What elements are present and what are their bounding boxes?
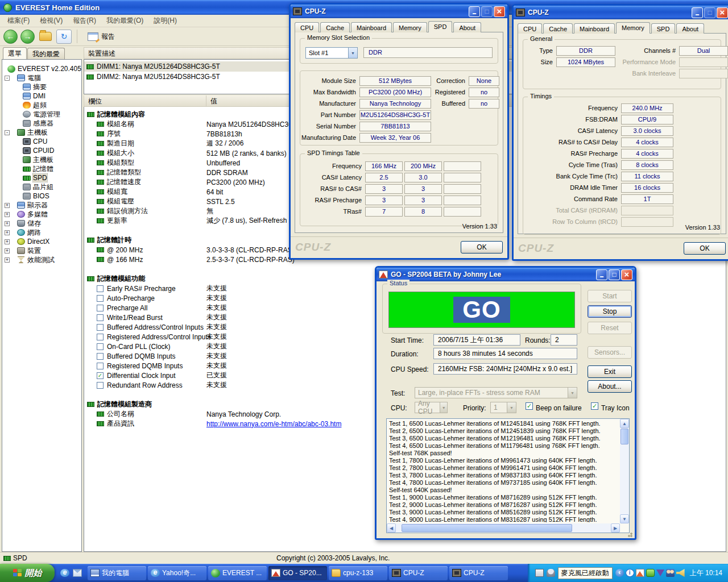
cpuz-tab[interactable]: SPD — [428, 21, 453, 32]
cpuz-tab[interactable]: CPU — [518, 23, 542, 34]
tray-icon[interactable] — [656, 569, 664, 576]
taskbar-window-button[interactable]: GO - SP20... — [268, 566, 327, 580]
scroll-left-icon[interactable]: ◀ — [387, 523, 396, 533]
keyboard-layout-icon[interactable] — [535, 569, 544, 577]
sidebar-tab[interactable]: 我的最愛 — [27, 48, 65, 59]
test-log[interactable]: Test 1, 6500 Lucas-Lehmer iterations of … — [386, 418, 630, 533]
tree-expand-icon[interactable]: + — [5, 221, 10, 226]
cpuz-tab[interactable]: Cache — [543, 23, 573, 34]
feature-checkbox[interactable] — [97, 314, 104, 321]
feature-checkbox[interactable] — [97, 372, 104, 379]
tree-item[interactable]: 感應器 — [2, 119, 81, 128]
forward-icon[interactable]: → — [20, 30, 35, 44]
cpu-select[interactable]: Any CPU ▼ — [415, 402, 448, 413]
tray-icon-checkbox[interactable] — [591, 402, 598, 410]
cpuz-tab[interactable]: Cache — [320, 22, 350, 32]
cpuz-tab[interactable]: About — [676, 23, 704, 34]
minimize-icon[interactable] — [596, 269, 607, 280]
scrollbar-thumb[interactable] — [621, 429, 628, 444]
tree-item[interactable]: + 效能測試 — [2, 255, 81, 264]
minimize-icon[interactable] — [469, 6, 480, 17]
scroll-down-icon[interactable]: ▼ — [620, 514, 629, 523]
menu-item[interactable]: 說明(H) — [148, 15, 182, 27]
ok-button[interactable]: OK — [461, 241, 503, 253]
refresh-icon[interactable]: ↻ — [56, 30, 72, 44]
close-icon[interactable] — [717, 7, 728, 18]
maximize-icon[interactable] — [704, 7, 715, 18]
stop-button[interactable]: Stop — [588, 305, 632, 318]
cpuz-tab[interactable]: Mainboard — [574, 23, 615, 34]
cpuz-tab[interactable]: About — [453, 22, 481, 32]
tray-icon[interactable] — [646, 569, 655, 577]
beep-on-failure-checkbox[interactable] — [526, 402, 533, 410]
tree-item[interactable]: EVEREST v2.20.405 — [2, 64, 81, 73]
feature-checkbox[interactable] — [97, 353, 104, 360]
tree-item[interactable]: - 電腦 — [2, 73, 81, 82]
tree-item[interactable]: 超頻 — [2, 101, 81, 110]
tree-item[interactable]: 晶片組 — [2, 182, 81, 192]
feature-checkbox[interactable] — [97, 305, 104, 311]
maximize-icon[interactable] — [481, 6, 493, 17]
feature-checkbox[interactable] — [97, 285, 104, 292]
close-icon[interactable] — [621, 269, 632, 280]
tree-expand-icon[interactable]: + — [5, 203, 10, 208]
tray-icon[interactable] — [676, 569, 685, 577]
folder-up-icon[interactable] — [39, 32, 52, 41]
tree-expand-icon[interactable]: - — [5, 76, 10, 81]
taskbar-window-button[interactable]: 我的電腦 — [88, 566, 146, 580]
menu-item[interactable]: 我的最愛(O) — [101, 15, 148, 27]
cpuz-tab[interactable]: CPU — [295, 22, 319, 32]
feature-checkbox[interactable] — [97, 343, 104, 350]
maximize-icon[interactable] — [609, 269, 620, 280]
taskbar-window-button[interactable]: cpu-z-133 — [329, 566, 387, 580]
sensors-button[interactable]: Sensors... — [588, 346, 632, 359]
start-button[interactable]: 開始 — [0, 564, 55, 582]
tree-expand-icon[interactable]: + — [5, 230, 10, 235]
tree-expand-icon[interactable]: + — [5, 248, 10, 253]
cpuz-tab[interactable]: Memory — [393, 22, 427, 32]
taskbar-window-button[interactable]: EVEREST ... — [208, 566, 267, 580]
tree-expand-icon[interactable]: + — [5, 212, 10, 217]
tree-item[interactable]: 摘要 — [2, 82, 81, 92]
tree-expand-icon[interactable]: - — [5, 130, 10, 135]
reset-button[interactable]: Reset — [588, 322, 632, 334]
exit-button[interactable]: Exit — [588, 365, 632, 378]
tree-item[interactable]: 電源管理 — [2, 110, 81, 119]
scroll-up-icon[interactable]: ▲ — [620, 419, 629, 428]
tray-icon[interactable] — [626, 569, 634, 577]
feature-checkbox[interactable] — [97, 334, 104, 340]
start-button[interactable]: Start — [588, 290, 632, 302]
test-select[interactable]: Large, in-place FFTs - stress some RAM ▼ — [415, 387, 577, 398]
tree-item[interactable]: + 裝置 — [2, 246, 81, 255]
scroll-right-icon[interactable]: ▶ — [611, 523, 620, 533]
tree-item[interactable]: + 多媒體 — [2, 210, 81, 219]
tree-item[interactable]: SPD — [2, 173, 81, 182]
tray-icon[interactable] — [615, 569, 624, 577]
cpuz-tab[interactable]: Mainboard — [351, 22, 392, 32]
cpuz-tab[interactable]: Memory — [616, 22, 650, 34]
tree-item[interactable]: BIOS — [2, 192, 81, 201]
quicklaunch-icon[interactable] — [73, 569, 82, 577]
about-button[interactable]: About... — [588, 380, 632, 393]
taskbar-window-button[interactable]: CPU-Z — [389, 566, 448, 580]
taskbar-window-button[interactable]: CPU-Z — [449, 566, 508, 580]
menu-item[interactable]: 檢視(V) — [35, 15, 68, 27]
resize-grip[interactable] — [627, 531, 634, 538]
tray-icon[interactable] — [636, 569, 644, 577]
tree-item[interactable]: 主機板 — [2, 155, 81, 164]
tree-item[interactable]: - 主機板 — [2, 128, 81, 137]
back-icon[interactable]: ← — [3, 30, 18, 44]
menu-item[interactable]: 報告(R) — [68, 15, 101, 27]
vertical-scrollbar[interactable]: ▲ ▼ — [620, 419, 629, 523]
tree-expand-icon[interactable]: + — [5, 257, 10, 263]
quicklaunch-icon[interactable] — [60, 569, 69, 577]
tree-item[interactable]: CPUID — [2, 146, 81, 155]
feature-checkbox[interactable] — [97, 363, 104, 369]
cpuz-tab[interactable]: SPD — [651, 23, 676, 34]
tree-item[interactable]: CPU — [2, 137, 81, 146]
report-button[interactable]: 報告 — [82, 30, 120, 43]
tree-item[interactable]: + 網路 — [2, 228, 81, 237]
memory-slot-select[interactable]: Slot #1 ▼ — [305, 47, 358, 59]
scrollbar-thumb[interactable] — [402, 524, 572, 532]
feature-checkbox[interactable] — [97, 382, 104, 389]
